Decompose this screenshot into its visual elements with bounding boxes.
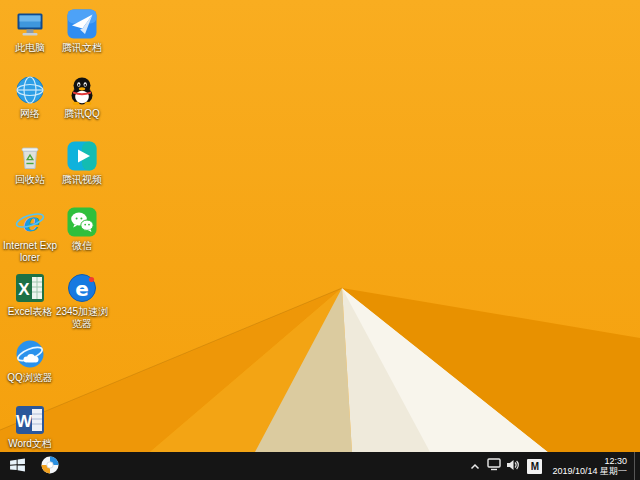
internet-explorer-icon: e xyxy=(14,206,46,238)
taskbar-pinned-browser-button[interactable] xyxy=(34,452,66,480)
volume-tray-button[interactable] xyxy=(504,452,521,480)
desktop-icon-internet-explorer[interactable]: eInternet Explorer xyxy=(2,206,58,264)
word-icon: W xyxy=(14,404,46,436)
qq-browser-icon xyxy=(14,338,46,370)
input-method-indicator[interactable]: M xyxy=(527,459,542,474)
desktop-icon-qq[interactable]: 腾讯QQ xyxy=(54,74,110,120)
desktop-icon-excel[interactable]: XExcel表格 xyxy=(2,272,58,318)
desktop-icon-label: QQ浏览器 xyxy=(2,372,58,384)
start-button[interactable] xyxy=(0,452,34,480)
network-tray-button[interactable] xyxy=(485,452,502,480)
excel-icon: X xyxy=(14,272,46,304)
desktop-icon-label: Word文档 xyxy=(2,438,58,450)
svg-text:e: e xyxy=(22,207,40,237)
desktop-icon-label: Excel表格 xyxy=(2,306,58,318)
desktop-icon-label: 2345加速浏览器 xyxy=(54,306,110,330)
clock-date: 2019/10/14 星期一 xyxy=(552,466,627,477)
desktop-icon-label: 此电脑 xyxy=(2,42,58,54)
desktop-icon-label: 回收站 xyxy=(2,174,58,186)
desktop-icon-label: 网络 xyxy=(2,108,58,120)
speaker-icon xyxy=(506,457,519,475)
show-desktop-button[interactable] xyxy=(634,452,640,480)
browser-orb-icon xyxy=(40,455,60,478)
tencent-video-icon xyxy=(66,140,98,172)
desktop-icon-this-pc[interactable]: 此电脑 xyxy=(2,8,58,54)
system-tray: M 12:30 2019/10/14 星期一 xyxy=(465,452,640,480)
windows-logo-icon xyxy=(9,456,26,476)
recycle-bin-icon xyxy=(14,140,46,172)
desktop-icon-label: 腾讯QQ xyxy=(54,108,110,120)
tray-expand-button[interactable] xyxy=(466,452,483,480)
desktop-icon-recycle-bin[interactable]: 回收站 xyxy=(2,140,58,186)
desktop-icon-qq-browser[interactable]: QQ浏览器 xyxy=(2,338,58,384)
browser-2345-icon: e xyxy=(66,272,98,304)
desktop: 此电脑网络回收站eInternet ExplorerXExcel表格QQ浏览器W… xyxy=(0,0,640,480)
desktop-icon-label: 腾讯视频 xyxy=(54,174,110,186)
wechat-icon xyxy=(66,206,98,238)
desktop-icon-wechat[interactable]: 微信 xyxy=(54,206,110,252)
desktop-icon-tencent-video[interactable]: 腾讯视频 xyxy=(54,140,110,186)
svg-text:X: X xyxy=(18,280,30,299)
chevron-up-icon xyxy=(470,457,480,475)
desktop-icon-tencent-docs[interactable]: 腾讯文档 xyxy=(54,8,110,54)
desktop-icon-word[interactable]: WWord文档 xyxy=(2,404,58,450)
desktop-icon-label: Internet Explorer xyxy=(2,240,58,264)
taskbar-clock[interactable]: 12:30 2019/10/14 星期一 xyxy=(547,456,634,477)
clock-time: 12:30 xyxy=(552,456,627,467)
desktop-icon-label: 腾讯文档 xyxy=(54,42,110,54)
svg-text:e: e xyxy=(75,277,89,301)
desktop-icon-network[interactable]: 网络 xyxy=(2,74,58,120)
qq-icon xyxy=(66,74,98,106)
svg-text:W: W xyxy=(16,412,33,431)
network-icon xyxy=(14,74,46,106)
network-icon xyxy=(487,457,501,475)
desktop-icon-label: 微信 xyxy=(54,240,110,252)
desktop-icon-browser-2345[interactable]: e2345加速浏览器 xyxy=(54,272,110,330)
desktop-icons: 此电脑网络回收站eInternet ExplorerXExcel表格QQ浏览器W… xyxy=(0,0,640,452)
tencent-docs-icon xyxy=(66,8,98,40)
this-pc-icon xyxy=(14,8,46,40)
taskbar: M 12:30 2019/10/14 星期一 xyxy=(0,452,640,480)
